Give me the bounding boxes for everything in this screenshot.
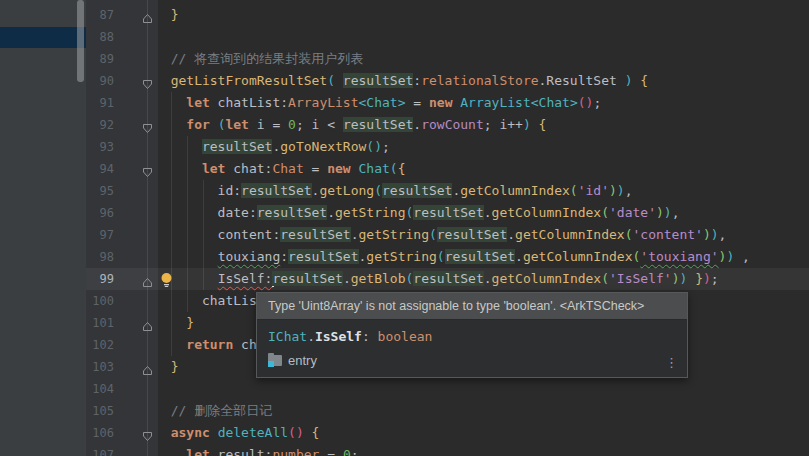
line-number[interactable]: 96: [86, 202, 114, 224]
code-token: =: [304, 161, 327, 176]
code-token: .: [484, 271, 492, 286]
code-token: [210, 425, 218, 440]
code-token: // 删除全部日记: [155, 403, 272, 418]
code-line-91: 91 let chatList:ArrayList<Chat> = new Ar…: [0, 92, 809, 114]
code-token: ;: [382, 139, 390, 154]
tooltip-error-message: Type 'Uint8Array' is not assignable to t…: [257, 293, 687, 320]
line-number[interactable]: 105: [86, 400, 114, 422]
line-number[interactable]: 91: [86, 92, 114, 114]
line-number[interactable]: 89: [86, 48, 114, 70]
code-token: {: [312, 425, 320, 440]
code-text[interactable]: let result:number = 0;: [155, 444, 359, 456]
code-token: .: [351, 227, 359, 242]
code-token: getColumnIndex: [492, 205, 602, 220]
line-number[interactable]: 88: [86, 26, 114, 48]
code-token: boolean: [378, 329, 433, 344]
code-token: resultSet: [382, 183, 452, 198]
code-token: number: [272, 447, 319, 456]
code-line-97: 97 content:resultSet.getString(resultSet…: [0, 224, 809, 246]
code-text[interactable]: let chat:Chat = new Chat({: [155, 158, 406, 180]
code-token: ; i <: [296, 117, 343, 132]
code-text[interactable]: date:resultSet.getString(resultSet.getCo…: [155, 202, 679, 224]
fold-start-icon[interactable]: [142, 163, 153, 174]
line-number[interactable]: 94: [86, 158, 114, 180]
code-token: ): [664, 205, 672, 220]
fold-start-icon[interactable]: [142, 119, 153, 130]
fold-end-icon[interactable]: [142, 273, 153, 284]
code-token: (: [374, 183, 382, 198]
line-number[interactable]: 104: [86, 378, 114, 400]
code-token: getString: [366, 249, 436, 264]
code-token: resultSet: [241, 183, 311, 198]
code-text[interactable]: id:resultSet.getLong(resultSet.getColumn…: [155, 180, 632, 202]
code-token: ;: [711, 271, 719, 286]
code-token: rowCount: [421, 117, 484, 132]
line-number[interactable]: 92: [86, 114, 114, 136]
line-number[interactable]: 90: [86, 70, 114, 92]
code-token: [304, 425, 312, 440]
code-token: id:: [155, 183, 241, 198]
code-token: 'touxiang': [640, 249, 718, 264]
tooltip-body: IChat.IsSelf: boolean entry ⋮: [257, 320, 687, 377]
code-token: :: [362, 329, 378, 344]
line-number[interactable]: 107: [86, 444, 114, 456]
line-number[interactable]: 102: [86, 334, 114, 356]
line-number[interactable]: 100: [86, 290, 114, 312]
fold-end-icon[interactable]: [142, 317, 153, 328]
code-text[interactable]: getListFromResultSet( resultSet:relation…: [155, 70, 648, 92]
fold-start-icon[interactable]: [142, 75, 153, 86]
line-number[interactable]: 106: [86, 422, 114, 444]
code-token: .: [484, 205, 492, 220]
code-line-107: 107 let result:number = 0;: [0, 444, 809, 456]
line-number[interactable]: 93: [86, 136, 114, 158]
code-token: ,: [672, 205, 680, 220]
code-text[interactable]: IsSelf:resultSet.getBlob(resultSet.getCo…: [155, 268, 719, 290]
fold-start-icon[interactable]: [142, 427, 153, 438]
code-token: :: [413, 73, 421, 88]
line-number[interactable]: 99: [86, 268, 114, 290]
code-text[interactable]: }: [155, 4, 178, 26]
code-token: getColumnIndex: [460, 183, 570, 198]
code-text[interactable]: async deleteAll() {: [155, 422, 319, 444]
code-token: {: [539, 117, 547, 132]
code-token: [155, 161, 202, 176]
code-text[interactable]: }: [155, 356, 178, 378]
code-token: let: [225, 117, 248, 132]
code-token: (: [570, 183, 578, 198]
code-token: 'date': [609, 205, 656, 220]
line-number[interactable]: 98: [86, 246, 114, 268]
fold-end-icon[interactable]: [142, 9, 153, 20]
fold-end-icon[interactable]: [142, 361, 153, 372]
code-token: result:: [210, 447, 273, 456]
code-text[interactable]: let chatList:ArrayList<Chat> = new Array…: [155, 92, 601, 114]
code-line-94: 94 let chat:Chat = new Chat({: [0, 158, 809, 180]
code-token: (: [327, 73, 335, 88]
code-token: 'content': [632, 227, 702, 242]
code-text[interactable]: // 删除全部日记: [155, 400, 272, 422]
code-text[interactable]: }: [155, 312, 194, 334]
code-text[interactable]: // 将查询到的结果封装用户列表: [155, 48, 363, 70]
code-token: // 将查询到的结果封装用户列表: [155, 51, 363, 66]
module-row: entry: [268, 353, 676, 368]
code-token: >: [398, 95, 406, 110]
line-number[interactable]: 103: [86, 356, 114, 378]
code-token: [155, 447, 186, 456]
line-number[interactable]: 95: [86, 180, 114, 202]
code-token: date:: [155, 205, 257, 220]
more-options-icon[interactable]: ⋮: [665, 357, 678, 369]
code-token: }: [155, 359, 178, 374]
code-text[interactable]: for (let i = 0; i < resultSet.rowCount; …: [155, 114, 546, 136]
module-label: entry: [288, 353, 317, 368]
code-text[interactable]: content:resultSet.getString(resultSet.ge…: [155, 224, 726, 246]
code-token: ,: [719, 227, 727, 242]
code-token: for: [186, 117, 209, 132]
line-number[interactable]: 87: [86, 4, 114, 26]
code-text[interactable]: touxiang:resultSet.getString(resultSet.g…: [155, 246, 750, 268]
code-token: ): [296, 425, 304, 440]
code-token: Chat: [366, 95, 397, 110]
line-number[interactable]: 97: [86, 224, 114, 246]
code-token: getColumnIndex: [492, 271, 602, 286]
code-text[interactable]: resultSet.goToNextRow();: [155, 136, 390, 158]
code-token: ; i++: [484, 117, 523, 132]
line-number[interactable]: 101: [86, 312, 114, 334]
